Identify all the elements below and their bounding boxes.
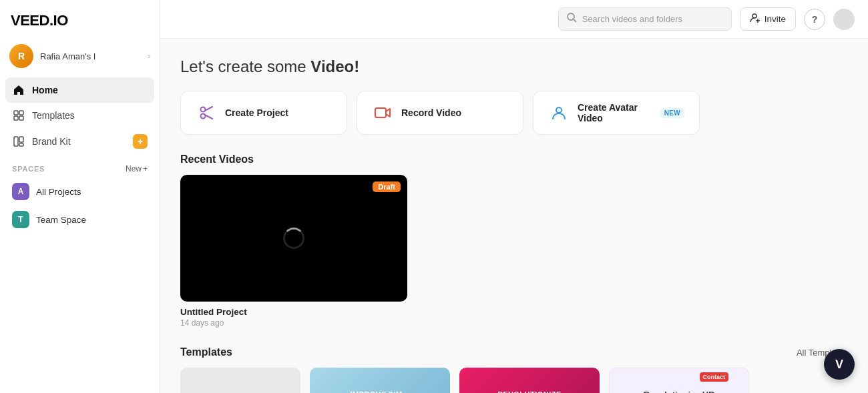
svg-rect-2 (14, 116, 18, 120)
veed-chat-icon: V (835, 358, 843, 372)
record-video-label: Record Video (401, 107, 461, 118)
video-name: Untitled Project (180, 307, 407, 317)
svg-rect-3 (19, 116, 23, 120)
sidebar-item-team-space[interactable]: T Team Space (0, 206, 160, 234)
templates-title: Templates (180, 346, 232, 358)
sidebar-item-templates-label: Templates (32, 110, 75, 121)
template-card-3[interactable]: REVOLUTIONIZE + (459, 368, 600, 393)
svg-rect-16 (375, 108, 386, 117)
brand-kit-icon (12, 135, 25, 148)
template-2-text: IMPROVE TIM... (347, 386, 414, 393)
svg-point-9 (752, 14, 756, 18)
home-icon (12, 83, 25, 97)
sidebar-item-brand-kit[interactable]: Brand Kit + (5, 128, 154, 155)
sidebar-item-all-projects[interactable]: A All Projects (0, 177, 160, 206)
template-card-4[interactable]: Revolutionize HR + Contact (609, 368, 749, 393)
svg-rect-4 (14, 137, 18, 146)
video-card-wrapper: Draft Untitled Project 14 days ago (180, 175, 407, 328)
new-badge: NEW (660, 108, 684, 118)
create-avatar-label: Create Avatar Video (578, 102, 648, 123)
topbar: Search videos and folders Invite ? (160, 0, 868, 39)
main-nav: Home Templates Brand Kit (0, 77, 160, 155)
svg-point-17 (556, 107, 562, 113)
avatar-icon (548, 102, 570, 123)
question-mark-icon: ? (812, 14, 818, 25)
camera-icon (372, 102, 393, 123)
video-date: 14 days ago (180, 318, 407, 328)
template-3-text: REVOLUTIONIZE (493, 386, 566, 393)
svg-rect-5 (19, 137, 23, 142)
video-card[interactable]: Draft (180, 175, 407, 302)
help-button[interactable]: ? (804, 9, 825, 30)
sidebar-item-brand-kit-label: Brand Kit (32, 136, 71, 147)
sidebar-item-home[interactable]: Home (5, 77, 154, 103)
create-project-label: Create Project (225, 107, 288, 118)
veed-chat-button[interactable]: V (824, 349, 855, 380)
spaces-label: SPACES (12, 165, 45, 173)
search-placeholder: Search videos and folders (582, 14, 682, 24)
video-loading-spinner (283, 228, 304, 249)
scissors-icon (196, 102, 217, 123)
svg-line-8 (574, 19, 576, 22)
avatar: R (9, 44, 33, 68)
page-title: Let's create some Video! (180, 57, 848, 76)
action-cards: Create Project Record Video (180, 91, 848, 135)
topbar-avatar[interactable] (833, 9, 855, 30)
video-meta: Untitled Project 14 days ago (180, 307, 407, 328)
spaces-new-button[interactable]: New + (126, 164, 148, 173)
app-logo[interactable]: VEED.IO (0, 0, 160, 39)
all-projects-icon: A (12, 183, 29, 200)
brand-kit-upgrade-badge: + (133, 134, 148, 149)
create-avatar-card[interactable]: Create Avatar Video NEW (533, 91, 700, 135)
team-space-icon: T (12, 211, 29, 228)
template-4-text: Revolutionize HR (640, 386, 719, 394)
invite-label: Invite (765, 14, 786, 24)
content-area: Let's create some Video! Create Project (160, 39, 868, 393)
create-project-card[interactable]: Create Project (180, 91, 347, 135)
spinner-icon (283, 228, 304, 249)
sidebar-item-home-label: Home (32, 85, 58, 95)
person-add-icon (750, 13, 761, 25)
templates-icon (12, 109, 25, 122)
svg-rect-6 (19, 143, 23, 146)
spaces-header: SPACES New + (0, 155, 160, 177)
templates-grid: IMPROVE TIM... + REVOLUTIONIZE + Revolut… (180, 368, 848, 393)
template-card-1[interactable] (180, 368, 300, 393)
template-4-contact-badge: Contact (700, 372, 729, 382)
sidebar: VEED.IO R Rafia Aman's I › Home (0, 0, 160, 393)
search-bar[interactable]: Search videos and folders (558, 7, 732, 31)
record-video-card[interactable]: Record Video (357, 91, 523, 135)
all-projects-label: All Projects (36, 187, 81, 197)
sidebar-item-templates[interactable]: Templates (5, 103, 154, 128)
search-icon (567, 13, 577, 25)
user-name: Rafia Aman's I (40, 51, 141, 61)
draft-badge: Draft (373, 181, 401, 192)
main-content: Search videos and folders Invite ? Let's… (160, 0, 868, 393)
template-card-2[interactable]: IMPROVE TIM... + (310, 368, 450, 393)
recent-videos-title: Recent Videos (180, 153, 848, 165)
team-space-label: Team Space (36, 215, 86, 225)
svg-point-7 (568, 13, 574, 20)
templates-section-header: Templates All Templates (180, 346, 848, 358)
svg-rect-0 (14, 111, 18, 115)
invite-button[interactable]: Invite (740, 7, 796, 31)
video-grid: Draft Untitled Project 14 days ago (180, 175, 848, 328)
chevron-down-icon: › (148, 51, 150, 61)
user-menu[interactable]: R Rafia Aman's I › (0, 39, 160, 73)
svg-rect-1 (19, 111, 23, 115)
